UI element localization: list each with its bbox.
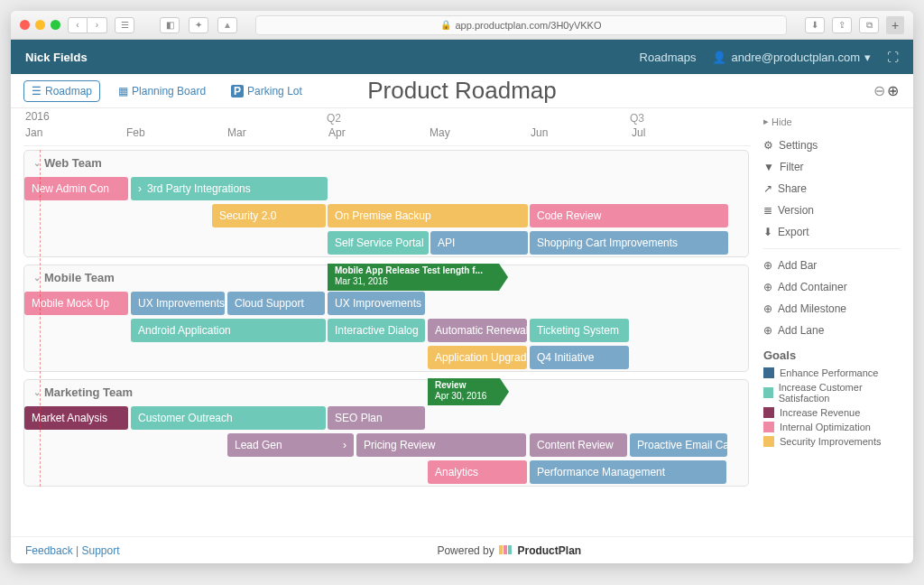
legend-revenue[interactable]: Increase Revenue: [763, 405, 901, 420]
back-button[interactable]: ‹: [68, 17, 88, 33]
shield-icon[interactable]: ◧: [160, 17, 180, 33]
bar[interactable]: Cloud Support: [227, 292, 325, 315]
board-icon: ▦: [118, 85, 128, 98]
zoom-in-icon[interactable]: ⊕: [887, 82, 899, 99]
add-bar[interactable]: ⊕Add Bar: [763, 255, 901, 276]
sidebar-icon[interactable]: ☰: [115, 17, 134, 33]
url-text: app.productplan.com/3H0yVKKO: [455, 20, 601, 31]
legend-enhance[interactable]: Enhance Performance: [763, 366, 901, 380]
bar[interactable]: Content Review: [530, 433, 627, 457]
lane-header-marketing[interactable]: ⌄Marketing Team: [24, 380, 748, 404]
bar[interactable]: Application Upgrade: [428, 346, 527, 369]
lane-header-web[interactable]: ⌄Web Team: [24, 151, 748, 175]
legend-satisfaction[interactable]: Increase Customer Satisfaction: [763, 380, 901, 405]
swatch-icon: [763, 367, 774, 378]
sub-nav: ☰Roadmap ▦Planning Board PParking Lot Pr…: [11, 74, 913, 108]
bar[interactable]: Customer Outreach: [131, 406, 326, 430]
bar[interactable]: Q4 Initiative: [530, 346, 629, 369]
bar[interactable]: Security 2.0: [212, 204, 326, 228]
fullscreen-icon[interactable]: ⛶: [887, 51, 899, 64]
bar[interactable]: Android Application: [131, 319, 326, 342]
tabs-icon[interactable]: ⧉: [859, 17, 879, 33]
maximize-icon[interactable]: [51, 20, 60, 30]
window-controls: [20, 20, 60, 30]
bar[interactable]: Analytics: [428, 460, 527, 484]
milestone[interactable]: Mobile App Release Test length f... Mar …: [328, 264, 499, 291]
download-icon: ⬇: [763, 226, 772, 238]
legend-internal[interactable]: Internal Optimization: [763, 420, 901, 434]
bar[interactable]: SEO Plan: [328, 406, 425, 430]
bar[interactable]: Self Service Portal: [328, 231, 429, 255]
minimize-icon[interactable]: [35, 20, 45, 30]
q3-label: Q3: [630, 112, 644, 125]
tab-roadmap[interactable]: ☰Roadmap: [23, 80, 100, 102]
side-panel: ▸Hide ⚙Settings ▼Filter ↗Share ≣Version …: [751, 108, 913, 536]
bar[interactable]: Performance Management: [530, 460, 726, 484]
url-bar[interactable]: 🔒 app.productplan.com/3H0yVKKO: [255, 15, 787, 35]
feedback-link[interactable]: Feedback: [25, 544, 73, 557]
bar[interactable]: UX Improvements: [328, 292, 425, 315]
back-forward-group: ‹ ›: [68, 17, 107, 33]
tab-planning[interactable]: ▦Planning Board: [111, 81, 213, 101]
nav-user[interactable]: 👤andre@productplan.com ▾: [712, 51, 871, 64]
side-filter[interactable]: ▼Filter: [763, 156, 901, 178]
legend-security[interactable]: Security Improvements: [763, 434, 901, 449]
plus-icon: ⊕: [763, 324, 772, 337]
add-milestone[interactable]: ⊕Add Milestone: [763, 298, 901, 320]
forward-button[interactable]: ›: [88, 17, 107, 33]
swatch-icon: [763, 407, 774, 418]
today-line: [40, 150, 41, 487]
add-container[interactable]: ⊕Add Container: [763, 276, 901, 298]
side-version[interactable]: ≣Version: [763, 200, 901, 221]
username: Nick Fields: [25, 51, 88, 64]
bar[interactable]: Lead Gen›: [227, 433, 354, 457]
add-lane[interactable]: ⊕Add Lane: [763, 320, 901, 341]
side-export[interactable]: ⬇Export: [763, 221, 901, 243]
lane-web: ⌄Web Team New Admin Con ›3rd Party Integ…: [23, 150, 749, 257]
side-share[interactable]: ↗Share: [763, 178, 901, 200]
q2-label: Q2: [327, 112, 341, 125]
new-tab-button[interactable]: +: [886, 16, 904, 34]
bar[interactable]: Ticketing System: [530, 319, 629, 342]
lane-mobile: Mobile App Release Test length f... Mar …: [23, 265, 749, 372]
brand-logo: ProductPlan: [497, 544, 581, 557]
wand-icon[interactable]: ✦: [189, 17, 208, 33]
roadmap-icon: ☰: [32, 85, 42, 98]
bar[interactable]: ›3rd Party Integrations: [131, 177, 328, 200]
toolbar-mid: ◧ ✦ ▲: [160, 17, 237, 33]
swatch-icon: [763, 387, 773, 398]
time-axis: 2016 Q2 Q3 Jan Feb Mar Apr May Jun Jul: [23, 108, 751, 146]
lane-marketing: Review Apr 30, 2016 ⌄Marketing Team Mark…: [23, 379, 749, 487]
bar[interactable]: Automatic Renewal: [428, 319, 527, 342]
bar[interactable]: Code Review: [530, 204, 728, 228]
nav-roadmaps[interactable]: Roadmaps: [640, 51, 697, 64]
plus-icon: ⊕: [763, 281, 772, 293]
year-label: 2016: [25, 110, 50, 123]
lock-icon: 🔒: [440, 20, 451, 30]
hide-panel[interactable]: ▸Hide: [763, 116, 901, 127]
top-nav: Nick Fields Roadmaps 👤andre@productplan.…: [11, 40, 913, 74]
parking-icon: P: [231, 85, 244, 98]
bar[interactable]: API: [430, 231, 528, 255]
tab-parking[interactable]: PParking Lot: [224, 81, 310, 101]
swatch-icon: [763, 422, 774, 432]
side-settings[interactable]: ⚙Settings: [763, 135, 901, 156]
bar[interactable]: Shopping Cart Improvements: [530, 231, 728, 255]
timeline: 2016 Q2 Q3 Jan Feb Mar Apr May Jun Jul ⌄…: [11, 108, 751, 536]
goals-heading: Goals: [763, 348, 901, 362]
gear-icon: ⚙: [763, 139, 773, 152]
bar[interactable]: On Premise Backup: [328, 204, 528, 228]
bar[interactable]: Proactive Email Campaign: [630, 433, 727, 457]
user-icon: 👤: [712, 51, 726, 64]
zoom-out-icon[interactable]: ⊖: [873, 82, 885, 99]
close-icon[interactable]: [20, 20, 30, 30]
bar[interactable]: UX Improvements: [131, 292, 225, 315]
share-icon[interactable]: ⇪: [832, 17, 852, 33]
milestone[interactable]: Review Apr 30, 2016: [428, 378, 500, 405]
bar[interactable]: Interactive Dialog: [328, 319, 425, 342]
warning-icon[interactable]: ▲: [217, 17, 237, 33]
zoom-controls: ⊖ ⊕: [873, 82, 899, 99]
download-icon[interactable]: ⬇: [805, 17, 825, 33]
bar[interactable]: Pricing Review: [356, 433, 526, 457]
support-link[interactable]: Support: [82, 544, 120, 557]
